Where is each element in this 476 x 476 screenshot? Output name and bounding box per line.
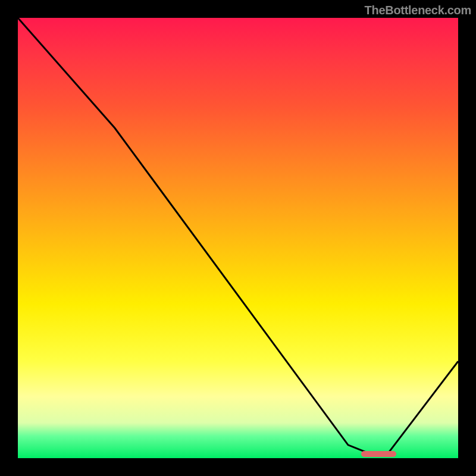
chart-svg xyxy=(18,18,458,458)
watermark-text: TheBottleneck.com xyxy=(365,4,471,17)
chart-plot-area xyxy=(18,18,458,458)
chart-curve xyxy=(18,18,458,454)
flat-range-marker xyxy=(361,451,396,457)
